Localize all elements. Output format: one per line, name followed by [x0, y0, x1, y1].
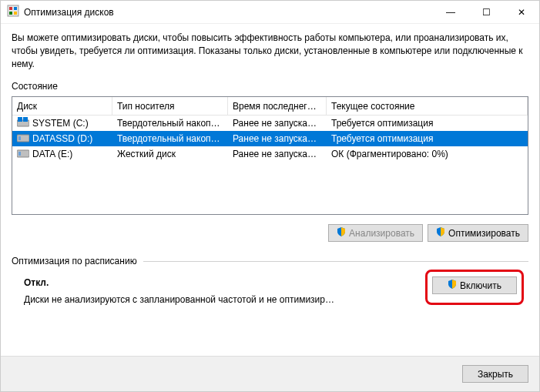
svg-rect-6 — [18, 117, 22, 122]
svg-rect-1 — [9, 7, 12, 10]
col-state-header[interactable]: Текущее состояние — [327, 97, 528, 115]
shield-icon — [436, 227, 445, 239]
shield-icon — [337, 227, 346, 239]
enable-button[interactable]: Включить — [432, 276, 517, 294]
svg-rect-3 — [9, 12, 12, 15]
table-row[interactable]: DATA (E:)Жесткий дискРанее не запуска…ОК… — [12, 146, 528, 162]
table-row[interactable]: DATASSD (D:)Твердотельный накоп…Ранее не… — [12, 131, 528, 146]
maximize-button[interactable]: ☐ — [468, 1, 504, 24]
footer: Закрыть — [1, 356, 539, 391]
shield-icon — [448, 280, 457, 291]
table-row[interactable]: SYSTEM (C:)Твердотельный накоп…Ранее не … — [12, 116, 528, 131]
media-type: Твердотельный накоп… — [112, 118, 228, 129]
drive-name: SYSTEM (C:) — [32, 118, 89, 129]
media-type: Жесткий диск — [112, 149, 228, 159]
col-drive-header[interactable]: Диск — [12, 97, 112, 115]
svg-rect-4 — [14, 12, 17, 15]
current-state: Требуется оптимизация — [327, 133, 528, 144]
close-button[interactable]: ✕ — [504, 1, 539, 24]
svg-rect-2 — [14, 7, 17, 10]
optimize-button[interactable]: Оптимизировать — [428, 224, 528, 242]
col-media-header[interactable]: Тип носителя — [112, 97, 228, 115]
schedule-section-label: Оптимизация по расписанию — [12, 256, 528, 266]
drive-list[interactable]: Диск Тип носителя Время последнег… Текущ… — [12, 96, 528, 215]
current-state: Требуется оптимизация — [327, 118, 528, 129]
drive-name: DATA (E:) — [32, 149, 72, 159]
drive-icon — [17, 132, 29, 146]
col-last-header[interactable]: Время последнег… — [228, 97, 327, 115]
window-title: Оптимизация дисков — [24, 7, 433, 18]
drive-icon — [17, 148, 29, 161]
svg-rect-9 — [18, 136, 21, 140]
current-state: ОК (Фрагментировано: 0%) — [327, 149, 528, 159]
last-run: Ранее не запуска… — [228, 149, 327, 159]
analyze-button[interactable]: Анализировать — [328, 224, 423, 242]
list-header: Диск Тип носителя Время последнег… Текущ… — [12, 97, 528, 116]
schedule-detail: Диски не анализируются с запланированной… — [24, 294, 425, 305]
drive-name: DATASSD (D:) — [32, 133, 92, 144]
close-dialog-button[interactable]: Закрыть — [462, 365, 528, 383]
svg-rect-11 — [18, 152, 21, 156]
media-type: Твердотельный накоп… — [112, 133, 228, 144]
status-section-label: Состояние — [12, 81, 528, 92]
enable-highlight: Включить — [425, 270, 524, 305]
title-bar: Оптимизация дисков — ☐ ✕ — [1, 1, 539, 24]
minimize-button[interactable]: — — [433, 1, 468, 24]
schedule-status: Откл. — [24, 277, 425, 288]
drive-icon — [17, 117, 29, 130]
last-run: Ранее не запуска… — [228, 133, 327, 144]
svg-rect-7 — [23, 117, 28, 122]
app-icon — [7, 5, 19, 19]
last-run: Ранее не запуска… — [228, 118, 327, 129]
description-text: Вы можете оптимизировать диски, чтобы по… — [12, 32, 528, 70]
